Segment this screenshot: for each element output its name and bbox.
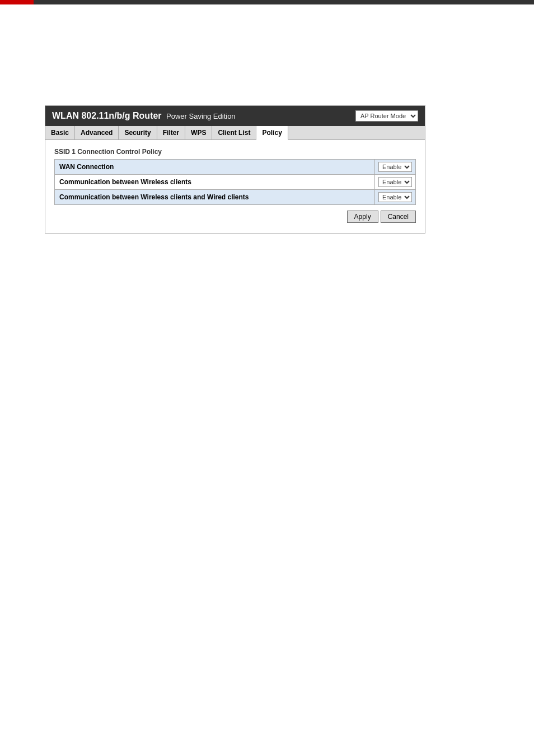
policy-label-wireless-wired: Communication between Wireless clients a… bbox=[55, 190, 374, 204]
wireless-wired-clients-select[interactable]: Enable Disable bbox=[378, 192, 412, 202]
policy-control-wan: Enable Disable bbox=[374, 160, 415, 174]
policy-control-wireless: Enable Disable bbox=[374, 175, 415, 189]
nav-bar: Basic Advanced Security Filter WPS Clien… bbox=[45, 126, 425, 140]
nav-item-advanced[interactable]: Advanced bbox=[75, 126, 119, 139]
section-title: SSID 1 Connection Control Policy bbox=[54, 148, 416, 156]
top-bar bbox=[0, 0, 534, 4]
nav-item-policy[interactable]: Policy bbox=[256, 126, 288, 140]
nav-item-clientlist[interactable]: Client List bbox=[212, 126, 256, 139]
policy-row-wireless: Communication between Wireless clients E… bbox=[54, 174, 416, 189]
router-title: WLAN 802.11n/b/g Router Power Saving Edi… bbox=[52, 111, 236, 121]
mode-select[interactable]: AP Router Mode Client Mode Bridge Mode bbox=[355, 110, 418, 122]
apply-button[interactable]: Apply bbox=[347, 211, 378, 223]
policy-row-wireless-wired: Communication between Wireless clients a… bbox=[54, 189, 416, 205]
nav-item-filter[interactable]: Filter bbox=[157, 126, 185, 139]
policy-rows: WAN Connection Enable Disable Communicat… bbox=[54, 159, 416, 205]
policy-row-wan: WAN Connection Enable Disable bbox=[54, 159, 416, 174]
router-container: WLAN 802.11n/b/g Router Power Saving Edi… bbox=[45, 105, 425, 234]
router-title-bold: WLAN 802.11n/b/g Router bbox=[52, 111, 162, 120]
button-row: Apply Cancel bbox=[54, 205, 416, 225]
wireless-clients-select[interactable]: Enable Disable bbox=[378, 177, 412, 187]
policy-label-wireless: Communication between Wireless clients bbox=[55, 175, 374, 189]
router-title-normal: Power Saving Edition bbox=[166, 112, 236, 120]
nav-item-security[interactable]: Security bbox=[119, 126, 157, 139]
nav-item-wps[interactable]: WPS bbox=[185, 126, 212, 139]
cancel-button[interactable]: Cancel bbox=[381, 211, 416, 223]
wan-connection-select[interactable]: Enable Disable bbox=[378, 162, 412, 172]
policy-label-wan: WAN Connection bbox=[55, 160, 374, 174]
nav-item-basic[interactable]: Basic bbox=[45, 126, 75, 139]
router-header: WLAN 802.11n/b/g Router Power Saving Edi… bbox=[45, 106, 425, 126]
main-content: SSID 1 Connection Control Policy WAN Con… bbox=[45, 140, 425, 233]
policy-control-wireless-wired: Enable Disable bbox=[374, 190, 415, 204]
